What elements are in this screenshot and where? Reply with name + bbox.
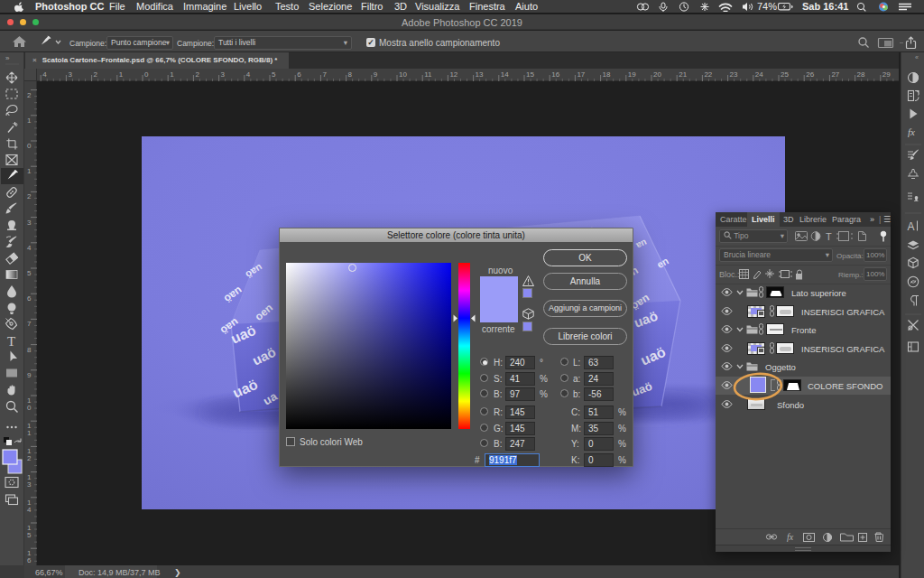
svg-text:23: 23 [730,70,738,79]
svg-text:8: 8 [27,346,32,354]
svg-text:29: 29 [882,70,891,79]
svg-text:T: T [7,334,15,349]
svg-text:0: 0 [27,142,32,150]
svg-text:9: 9 [27,371,32,379]
svg-text:fx: fx [908,126,915,137]
svg-text:T: T [826,231,832,242]
svg-text:1: 1 [119,70,124,79]
svg-text:7: 7 [27,320,32,328]
svg-text:15: 15 [526,70,534,79]
svg-text:«: « [915,54,919,61]
svg-text:26: 26 [806,70,814,79]
svg-text:5: 5 [272,70,276,79]
svg-text:10: 10 [399,70,407,79]
svg-text:1: 1 [27,117,32,125]
svg-text:16: 16 [551,70,559,79]
svg-text:5: 5 [27,269,32,277]
svg-text:18: 18 [603,70,611,79]
svg-text:22: 22 [704,70,712,79]
svg-text:2: 2 [195,70,199,79]
svg-text:12: 12 [449,70,457,79]
svg-text:6: 6 [27,294,32,303]
svg-text:1: 1 [27,429,32,437]
svg-text:3: 3 [68,70,72,79]
svg-text:3: 3 [221,70,226,79]
svg-text:A: A [908,220,915,233]
svg-text:4: 4 [27,244,32,252]
svg-text:6: 6 [27,556,32,564]
svg-text:8: 8 [348,70,353,79]
svg-text:21: 21 [679,70,687,79]
svg-text:5: 5 [27,531,32,539]
svg-text:11: 11 [424,70,432,79]
svg-text:19: 19 [628,70,636,79]
svg-text:3: 3 [27,480,32,489]
svg-text:»: » [5,54,10,62]
svg-text:3: 3 [27,219,32,227]
svg-text:6: 6 [297,70,301,79]
svg-text:25: 25 [781,70,789,79]
svg-text:28: 28 [857,70,865,79]
svg-text:2: 2 [27,454,32,462]
svg-text:2: 2 [27,192,32,200]
svg-text:9: 9 [374,70,378,79]
svg-text:14: 14 [501,70,509,79]
svg-text:7: 7 [322,70,327,79]
svg-text:27: 27 [831,70,839,79]
svg-text:fx: fx [787,532,794,542]
svg-text:2: 2 [27,91,32,99]
svg-text:0: 0 [144,70,149,79]
svg-text:4: 4 [42,70,47,79]
svg-text:17: 17 [577,70,585,79]
svg-text:2: 2 [94,70,98,79]
svg-text:1: 1 [170,70,174,79]
svg-text:24: 24 [755,70,763,79]
svg-text:20: 20 [653,70,661,79]
svg-text:0: 0 [27,404,32,412]
svg-text:1: 1 [27,167,32,175]
svg-text:4: 4 [27,506,32,514]
svg-text:13: 13 [476,70,484,79]
svg-text:4: 4 [246,70,251,79]
